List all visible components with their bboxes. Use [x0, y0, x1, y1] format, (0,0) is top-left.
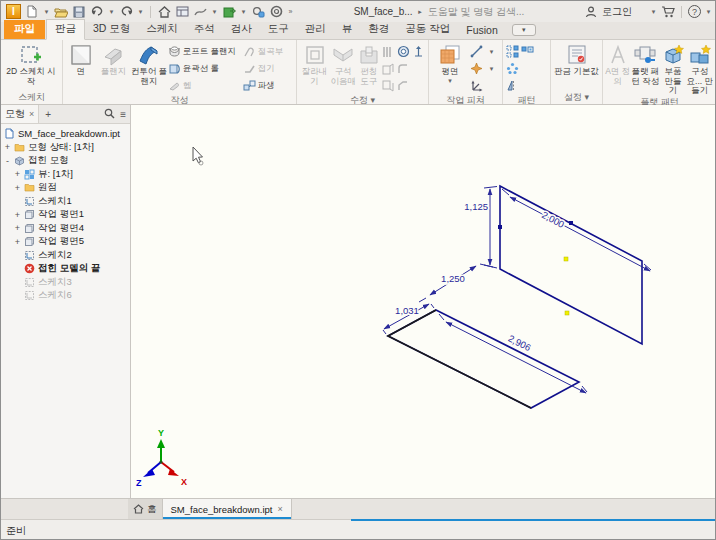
- plane-button[interactable]: 평면 ▾: [431, 42, 469, 85]
- fillet-icon[interactable]: [396, 60, 411, 77]
- face-button[interactable]: 면: [65, 42, 97, 77]
- dim-label-lower-depth[interactable]: 1,031: [395, 305, 419, 316]
- browser-tab-model[interactable]: 모형 ×: [1, 105, 39, 123]
- browser-add-tab-button[interactable]: +: [39, 109, 57, 120]
- help-search-input[interactable]: 도움말 및 명령 검색...: [428, 5, 525, 19]
- unfold-icon[interactable]: [381, 60, 396, 77]
- undo-dropdown-icon[interactable]: ▾: [108, 8, 115, 16]
- thread-icon[interactable]: [396, 43, 411, 60]
- tree-item-origin[interactable]: + 원점: [11, 181, 130, 195]
- rip-icon[interactable]: [381, 43, 396, 60]
- tree-item-end-of-folded-model[interactable]: 접힌 모델의 끝: [11, 262, 130, 276]
- graphics-viewport[interactable]: 1,125 2,000 1,250 1,031: [131, 105, 716, 498]
- qat-more-icon[interactable]: »: [287, 8, 294, 15]
- tab-tools[interactable]: 도구: [260, 20, 297, 39]
- export-icon[interactable]: [222, 5, 236, 19]
- home-tab[interactable]: 홈: [128, 499, 163, 519]
- tree-item-sketch1[interactable]: 스케치1: [11, 195, 130, 209]
- contour-flange-button[interactable]: 컨투어 플랜지: [130, 42, 168, 86]
- corner-seam-button[interactable]: 구석 이음매: [330, 42, 356, 86]
- cut-button[interactable]: 잘라내기: [299, 42, 330, 86]
- ribbon-display-options-icon[interactable]: ▾: [512, 24, 536, 36]
- tab-collaborate[interactable]: 공동 작업: [397, 20, 458, 39]
- browser-tab-close-icon[interactable]: ×: [29, 109, 34, 119]
- collaborate-icon[interactable]: [251, 5, 265, 19]
- dim-label-upper-width[interactable]: 2,000: [540, 209, 566, 230]
- point-icon[interactable]: [469, 60, 484, 77]
- login-button[interactable]: 로그인: [602, 5, 632, 19]
- ucs-icon[interactable]: [469, 77, 484, 94]
- store-cart-icon[interactable]: [661, 5, 675, 19]
- tree-item-view[interactable]: + 뷰: [1차]: [11, 168, 130, 182]
- document-tab-close-icon[interactable]: ×: [277, 504, 282, 514]
- hem-button[interactable]: 헴: [168, 77, 243, 94]
- tab-inspect[interactable]: 검사: [223, 20, 260, 39]
- tab-environments[interactable]: 환경: [360, 20, 397, 39]
- tab-annotate[interactable]: 주석: [186, 20, 223, 39]
- new-file-icon[interactable]: [25, 5, 39, 19]
- freeform-dropdown-icon[interactable]: ▾: [211, 8, 218, 16]
- bend-button[interactable]: 절곡부: [243, 43, 294, 60]
- document-tab-active[interactable]: SM_face_breakdown.ipt ×: [163, 499, 292, 519]
- dim-label-gap[interactable]: 1,250: [441, 273, 465, 284]
- group-label-sketch[interactable]: 스케치: [1, 91, 62, 104]
- modify-menu-chevron-icon[interactable]: ▾: [370, 95, 375, 105]
- axis-icon[interactable]: [469, 43, 484, 60]
- settings-menu-chevron-icon[interactable]: ▾: [584, 92, 589, 102]
- help-icon[interactable]: ?: [688, 5, 701, 18]
- open-file-icon[interactable]: [54, 5, 68, 19]
- freeform-sketch-icon[interactable]: [193, 5, 207, 19]
- plane-dropdown-icon[interactable]: ▾: [447, 77, 454, 85]
- punch-tool-button[interactable]: 펀칭 도구: [356, 42, 381, 86]
- group-label-settings[interactable]: 설정 ▾: [551, 91, 602, 104]
- create-flat-pattern-button[interactable]: 플랫 패턴 작성: [630, 42, 660, 86]
- new-file-dropdown-icon[interactable]: ▾: [43, 8, 50, 16]
- tree-item-sketch2[interactable]: 스케치2: [11, 249, 130, 263]
- redo-icon[interactable]: [119, 5, 133, 19]
- tree-item-model-states[interactable]: + 모형 상태: [1차]: [1, 141, 130, 155]
- tree-item-document[interactable]: SM_face_breakdown.ipt: [1, 127, 130, 141]
- access-wheel-icon[interactable]: [269, 5, 283, 19]
- login-dropdown-icon[interactable]: ▾: [650, 8, 657, 16]
- tab-3d-model[interactable]: 3D 모형: [85, 20, 138, 39]
- tab-view[interactable]: 뷰: [334, 20, 361, 39]
- contour-roll-button[interactable]: 윤곽선 롤: [168, 60, 243, 77]
- point-dropdown-icon[interactable]: ▾: [488, 65, 495, 73]
- dim-label-lower-width[interactable]: 2,906: [506, 333, 532, 354]
- inventor-logo-icon[interactable]: I: [6, 4, 21, 19]
- refold-icon[interactable]: [381, 77, 396, 94]
- tree-item-workplane5[interactable]: + 작업 평면5: [11, 235, 130, 249]
- derive-button[interactable]: 파생: [243, 77, 294, 94]
- help-dropdown-icon[interactable]: ▾: [705, 8, 712, 16]
- axis-dropdown-icon[interactable]: ▾: [488, 48, 495, 56]
- export-dropdown-icon[interactable]: ▾: [240, 8, 247, 16]
- tab-sketch[interactable]: 스케치: [138, 20, 186, 39]
- home-icon[interactable]: [157, 5, 171, 19]
- browser-search-icon[interactable]: [104, 108, 115, 121]
- dim-label-upper-height[interactable]: 1,125: [464, 201, 488, 212]
- tree-item-workplane1[interactable]: + 작업 평면1: [11, 208, 130, 222]
- view-layout-icon[interactable]: [175, 5, 189, 19]
- make-part-button[interactable]: 부품 만들기: [660, 42, 685, 96]
- loft-flange-button[interactable]: 로프트 플랜지: [168, 43, 243, 60]
- circular-pattern-icon[interactable]: [505, 60, 520, 77]
- tab-fusion[interactable]: Fusion: [458, 22, 506, 39]
- tree-item-folded-model[interactable]: - 접힌 모형: [1, 154, 130, 168]
- redo-dropdown-icon[interactable]: ▾: [137, 8, 144, 16]
- tree-item-workplane4[interactable]: + 작업 평면4: [11, 222, 130, 236]
- fold-button[interactable]: 접기: [243, 60, 294, 77]
- tab-file[interactable]: 파일: [4, 20, 45, 39]
- tab-manage[interactable]: 관리: [297, 20, 334, 39]
- mirror-icon[interactable]: [505, 77, 520, 94]
- sketch-driven-pattern-icon[interactable]: [520, 43, 535, 60]
- a-side-button[interactable]: A면 정의: [605, 42, 630, 86]
- tree-item-sketch6[interactable]: 스케치6: [11, 289, 130, 303]
- undo-icon[interactable]: [90, 5, 104, 19]
- tree-item-sketch3[interactable]: 스케치3: [11, 276, 130, 290]
- browser-menu-icon[interactable]: ≡: [120, 109, 126, 120]
- grain-direction-icon[interactable]: [411, 43, 426, 60]
- chamfer-icon[interactable]: [396, 77, 411, 94]
- flange-button[interactable]: 플랜지: [97, 42, 131, 77]
- start-2d-sketch-button[interactable]: 2D 스케치 시작: [3, 42, 59, 86]
- sheet-metal-defaults-button[interactable]: 판금 기본값: [554, 42, 600, 77]
